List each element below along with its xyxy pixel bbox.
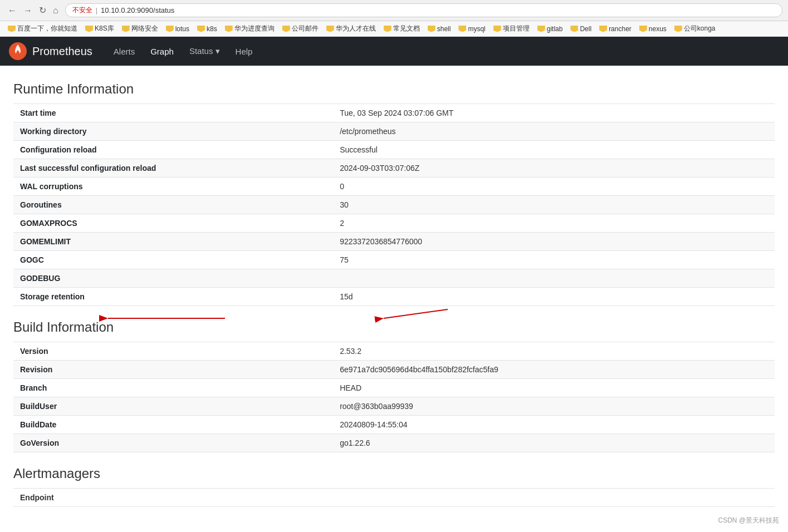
browser-bar: ← → ↻ ⌂ 不安全 | 10.10.0.20:9090/status: [0, 0, 788, 21]
bookmark-item[interactable]: 项目管理: [490, 23, 533, 35]
build-row: BranchHEAD: [13, 379, 775, 397]
bookmark-folder-icon: [384, 26, 391, 32]
runtime-value: 15d: [333, 288, 775, 306]
runtime-row: Working directory/etc/prometheus: [13, 122, 775, 141]
alertmanagers-table: Endpoint: [13, 488, 775, 507]
runtime-table: Start timeTue, 03 Sep 2024 03:07:06 GMTW…: [13, 104, 775, 306]
bookmark-label: mysql: [468, 25, 485, 33]
bookmark-label: K8S库: [95, 24, 114, 33]
bookmark-label: gitlab: [547, 25, 563, 33]
bookmark-item[interactable]: k8s: [194, 24, 221, 34]
bookmark-folder-icon: [458, 26, 466, 32]
runtime-value: 2024-09-03T03:07:06Z: [333, 159, 775, 178]
build-row: BuildDate20240809-14:55:04: [13, 416, 775, 434]
runtime-row: Configuration reloadSuccessful: [13, 141, 775, 159]
bookmark-item[interactable]: 公司konga: [671, 23, 719, 35]
build-key: Version: [13, 342, 333, 361]
bookmark-item[interactable]: mysql: [455, 24, 488, 34]
bookmark-folder-icon: [225, 26, 233, 32]
bookmark-item[interactable]: gitlab: [534, 24, 566, 34]
runtime-key: Working directory: [13, 122, 333, 141]
bookmark-item[interactable]: 百度一下，你就知道: [4, 23, 81, 35]
back-button[interactable]: ←: [6, 4, 19, 17]
prometheus-icon: [9, 42, 27, 60]
endpoint-header: Endpoint: [13, 489, 775, 507]
bookmark-item[interactable]: shell: [424, 24, 454, 34]
build-key: Revision: [13, 361, 333, 379]
nav-link-graph[interactable]: Graph: [143, 38, 182, 65]
runtime-key: GODEBUG: [13, 269, 333, 288]
runtime-value: Successful: [333, 141, 775, 159]
bookmark-label: 项目管理: [503, 24, 530, 33]
bookmark-label: 华为进度查询: [234, 24, 275, 33]
prometheus-logo: Prometheus: [9, 42, 92, 60]
forward-button[interactable]: →: [21, 4, 35, 17]
runtime-value: 75: [333, 251, 775, 269]
bookmark-item[interactable]: 华为人才在线: [323, 23, 379, 35]
runtime-row: Storage retention15d: [13, 288, 775, 306]
runtime-key: WAL corruptions: [13, 178, 333, 196]
bookmark-folder-icon: [639, 26, 647, 32]
bookmark-label: lotus: [175, 25, 189, 33]
bookmark-item[interactable]: nexus: [636, 24, 670, 34]
watermark: CSDN @景天科技苑: [718, 516, 779, 525]
bookmark-label: 常见文档: [393, 24, 420, 33]
nav-link-status[interactable]: Status ▾: [182, 37, 228, 65]
build-table: Version2.53.2Revision6e971a7dc905696d4bc…: [13, 342, 775, 452]
bookmark-label: 华为人才在线: [336, 24, 376, 33]
runtime-key: Start time: [13, 104, 333, 122]
bookmark-folder-icon: [493, 26, 501, 32]
runtime-value: /etc/prometheus: [333, 122, 775, 141]
runtime-row: Goroutines30: [13, 196, 775, 214]
bookmark-folder-icon: [197, 26, 205, 32]
runtime-key: GOMAXPROCS: [13, 214, 333, 233]
bookmark-item[interactable]: 华为进度查询: [222, 23, 278, 35]
bookmark-label: 公司konga: [684, 24, 716, 33]
runtime-value: 30: [333, 196, 775, 214]
runtime-key: GOGC: [13, 251, 333, 269]
bookmarks-bar: 百度一下，你就知道K8S库网络安全lotusk8s华为进度查询公司邮件华为人才在…: [0, 21, 788, 37]
nav-link-alerts[interactable]: Alerts: [106, 38, 143, 65]
runtime-key: GOMEMLIMIT: [13, 233, 333, 251]
build-value: 20240809-14:55:04: [333, 416, 775, 434]
bookmark-item[interactable]: 网络安全: [119, 23, 161, 35]
bookmark-item[interactable]: 常见文档: [380, 23, 423, 35]
bookmark-item[interactable]: lotus: [163, 24, 193, 34]
build-row: GoVersiongo1.22.6: [13, 434, 775, 452]
build-row: Revision6e971a7dc905696d4bc4ffa150bf282f…: [13, 361, 775, 379]
runtime-row: Last successful configuration reload2024…: [13, 159, 775, 178]
bookmark-folder-icon: [428, 26, 435, 32]
prometheus-navbar: Prometheus AlertsGraphStatus ▾Help: [0, 37, 788, 66]
bookmark-item[interactable]: K8S库: [82, 23, 118, 35]
build-value: root@363b0aa99939: [333, 397, 775, 416]
svg-line-4: [384, 309, 448, 318]
address-bar[interactable]: 不安全 | 10.10.0.20:9090/status: [65, 3, 782, 17]
runtime-key: Storage retention: [13, 288, 333, 306]
bookmark-label: k8s: [207, 25, 217, 33]
alertmanagers-section-title: Alertmanagers: [13, 466, 775, 481]
build-key: Branch: [13, 379, 333, 397]
runtime-value: Tue, 03 Sep 2024 03:07:06 GMT: [333, 104, 775, 122]
bookmark-item[interactable]: Dell: [567, 24, 595, 34]
runtime-key: Configuration reload: [13, 141, 333, 159]
bookmark-item[interactable]: rancher: [596, 24, 635, 34]
runtime-value: [333, 269, 775, 288]
bookmark-folder-icon: [570, 26, 578, 32]
refresh-button[interactable]: ↻: [37, 4, 48, 17]
bookmark-item[interactable]: 公司邮件: [279, 23, 322, 35]
runtime-row: WAL corruptions0: [13, 178, 775, 196]
bookmark-label: shell: [437, 25, 451, 33]
bookmark-folder-icon: [674, 26, 682, 32]
runtime-row: GOMEMLIMIT9223372036854776000: [13, 233, 775, 251]
prometheus-logo-text: Prometheus: [32, 45, 92, 58]
nav-link-help[interactable]: Help: [228, 38, 261, 65]
bookmark-folder-icon: [122, 26, 130, 32]
runtime-section-title: Runtime Information: [13, 81, 775, 97]
home-button[interactable]: ⌂: [51, 4, 61, 17]
runtime-row: GOGC75: [13, 251, 775, 269]
browser-nav-buttons[interactable]: ← → ↻ ⌂: [6, 4, 61, 17]
main-content: Runtime Information Start timeTue, 03 Se…: [0, 66, 788, 531]
bookmark-folder-icon: [537, 26, 545, 32]
build-key: GoVersion: [13, 434, 333, 452]
table-header-row: Endpoint: [13, 489, 775, 507]
